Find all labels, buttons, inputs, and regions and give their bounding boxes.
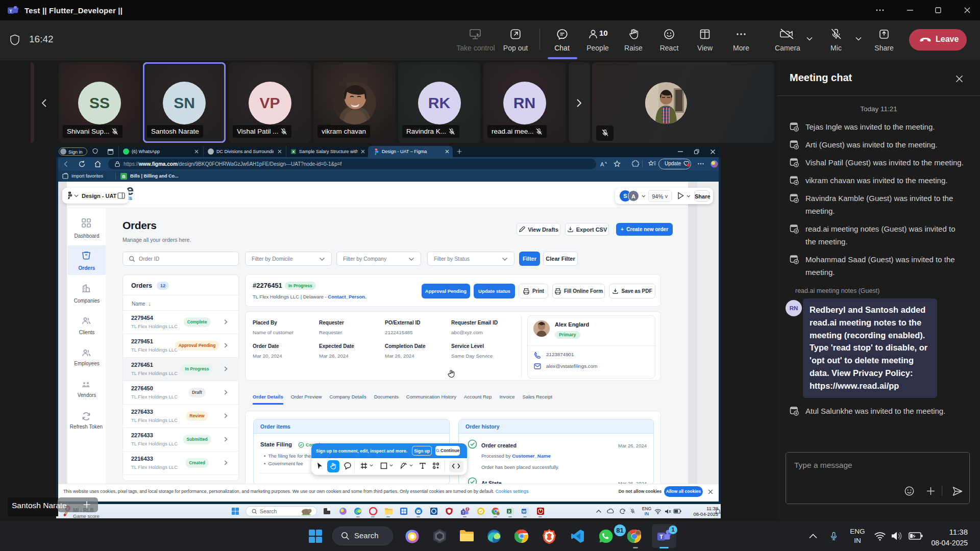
svg-text:A: A <box>600 161 604 167</box>
svg-text:X: X <box>292 149 295 154</box>
svg-text:W: W <box>522 509 526 514</box>
svg-text:T: T <box>9 8 12 14</box>
svg-text:T: T <box>659 534 663 540</box>
svg-text:X: X <box>508 509 511 514</box>
svg-text:10: 10 <box>599 29 608 37</box>
svg-text:T: T <box>462 511 464 514</box>
svg-text:B: B <box>122 174 126 179</box>
svg-text:2: 2 <box>467 507 469 511</box>
